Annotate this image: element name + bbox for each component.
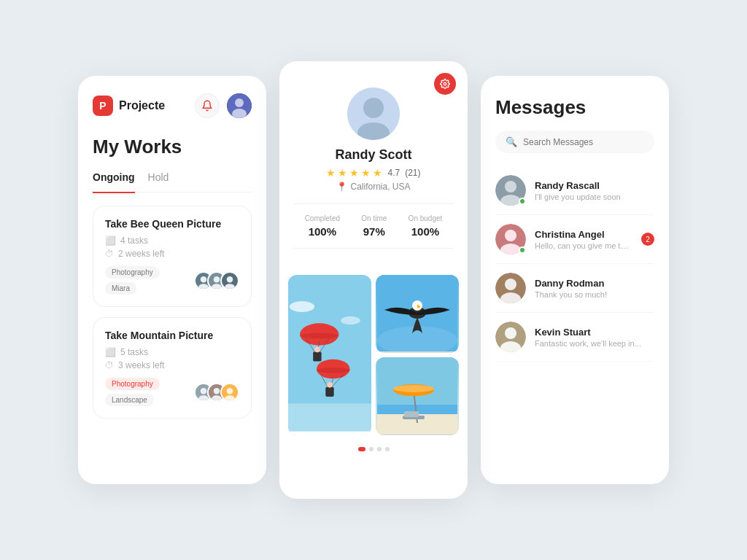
left-panel: P Projecte xyxy=(78,76,266,484)
msg-avatar-4 xyxy=(495,322,526,352)
svg-point-19 xyxy=(227,388,233,394)
svg-point-26 xyxy=(290,301,314,312)
svg-point-60 xyxy=(505,230,516,241)
svg-rect-55 xyxy=(404,411,419,417)
work-card-2: Take Mountain Picture ⬜ 5 tasks ⏱ 3 week… xyxy=(93,317,252,419)
card-1-footer: Photography Miara xyxy=(105,266,239,295)
svg-point-36 xyxy=(317,368,350,373)
msg-content-4: Kevin Stuart Fantastic work, we'll keep … xyxy=(535,327,654,348)
dot-1[interactable] xyxy=(358,447,365,451)
work-card-1: Take Bee Queen Picture ⬜ 4 tasks ⏱ 2 wee… xyxy=(93,206,252,307)
message-item-3[interactable]: Danny Rodman Thank you so much! xyxy=(495,264,654,313)
svg-point-4 xyxy=(201,276,206,282)
middle-panel: Randy Scott ★ ★ ★ ★ ★ 4.7 (21) 📍 Califor… xyxy=(279,61,468,499)
page-title: My Works xyxy=(93,136,252,158)
stat-ontime-value: 97% xyxy=(361,225,387,238)
star-5: ★ xyxy=(373,167,382,179)
logo-area: P Projecte xyxy=(93,96,165,116)
header-icons xyxy=(195,93,252,118)
msg-badge-2: 2 xyxy=(641,233,654,246)
card-2-title: Take Mountain Picture xyxy=(105,330,239,341)
stat-ontime: On time 97% xyxy=(361,214,387,238)
msg-content-2: Christina Angel Hello, can you give me t… xyxy=(535,229,632,250)
location-row: 📍 California, USA xyxy=(336,182,410,192)
tab-ongoing[interactable]: Ongoing xyxy=(93,171,135,193)
msg-name-4: Kevin Stuart xyxy=(535,327,654,338)
star-4: ★ xyxy=(361,167,371,179)
msg-avatar-2 xyxy=(495,224,526,254)
svg-point-63 xyxy=(505,279,516,290)
stats-row: Completed 100% On time 97% On budget 100… xyxy=(294,203,453,249)
photo-grid xyxy=(279,275,468,447)
online-indicator-2 xyxy=(519,246,526,254)
message-item-2[interactable]: Christina Angel Hello, can you give me t… xyxy=(495,215,654,264)
dot-4[interactable] xyxy=(385,447,390,451)
left-header: P Projecte xyxy=(93,93,252,118)
svg-point-7 xyxy=(214,276,220,282)
msg-preview-4: Fantastic work, we'll keep in... xyxy=(535,339,654,348)
svg-point-23 xyxy=(363,98,384,118)
online-indicator-1 xyxy=(519,198,526,205)
rating-value: 4.7 xyxy=(387,168,400,178)
card-2-footer: Photography Landscape xyxy=(105,378,239,406)
star-1: ★ xyxy=(326,167,336,179)
card-1-tasks: ⬜ 4 tasks xyxy=(105,236,239,246)
svg-point-66 xyxy=(505,327,516,339)
right-panel: Messages 🔍 Ra xyxy=(481,76,669,484)
profile-avatar xyxy=(347,88,400,140)
tag-landscape: Landscape xyxy=(105,394,154,406)
svg-point-21 xyxy=(444,82,446,85)
carousel-dots xyxy=(279,447,468,462)
search-input[interactable] xyxy=(523,137,644,147)
svg-point-53 xyxy=(393,385,434,392)
tag-miara: Miara xyxy=(105,282,136,295)
stat-completed-value: 100% xyxy=(305,225,340,238)
message-item-1[interactable]: Randy Rascall I'll give you update soon xyxy=(495,166,654,215)
svg-rect-33 xyxy=(313,351,321,361)
stat-onbudget-value: 100% xyxy=(409,225,443,238)
svg-point-27 xyxy=(341,316,360,324)
message-list: Randy Rascall I'll give you update soon xyxy=(495,166,654,362)
svg-point-16 xyxy=(214,388,220,394)
star-2: ★ xyxy=(338,167,347,179)
msg-avatar-3 xyxy=(495,273,526,303)
tag-photography-1: Photography xyxy=(105,266,160,279)
msg-name-1: Randy Rascall xyxy=(535,180,654,191)
location-text: California, USA xyxy=(350,182,410,192)
dot-3[interactable] xyxy=(377,447,382,451)
card-1-tags: Photography Miara xyxy=(105,266,194,295)
card-1-time: ⏱ 2 weeks left xyxy=(105,249,239,259)
card-2-tags: Photography Landscape xyxy=(105,378,194,406)
stat-completed: Completed 100% xyxy=(305,214,340,238)
card-2-time: ⏱ 3 weeks left xyxy=(105,360,239,370)
card-2-tasks: ⬜ 5 tasks xyxy=(105,347,239,357)
photo-beach xyxy=(376,357,459,435)
profile-name: Randy Scott xyxy=(335,147,411,163)
msg-name-3: Danny Rodman xyxy=(535,278,654,289)
card-2-avatars xyxy=(194,383,239,402)
tasks-icon-2: ⬜ xyxy=(105,347,116,357)
dot-2[interactable] xyxy=(369,447,374,451)
card-1-avatar-3 xyxy=(220,271,239,290)
svg-rect-42 xyxy=(288,404,371,432)
svg-point-13 xyxy=(201,388,206,394)
search-bar[interactable]: 🔍 xyxy=(495,131,654,153)
tag-photography-2: Photography xyxy=(105,378,160,390)
clock-icon-2: ⏱ xyxy=(105,360,114,370)
user-avatar[interactable] xyxy=(227,93,252,118)
card-1-title: Take Bee Queen Picture xyxy=(105,218,239,230)
rating-count: (21) xyxy=(405,168,420,178)
message-item-4[interactable]: Kevin Stuart Fantastic work, we'll keep … xyxy=(495,313,654,362)
msg-content-1: Randy Rascall I'll give you update soon xyxy=(535,180,654,201)
tab-hold[interactable]: Hold xyxy=(148,171,169,187)
location-icon: 📍 xyxy=(336,182,347,192)
stat-completed-label: Completed xyxy=(305,214,340,222)
card-1-avatars xyxy=(194,271,239,290)
card-1-meta: ⬜ 4 tasks ⏱ 2 weeks left xyxy=(105,236,239,259)
stars-row: ★ ★ ★ ★ ★ 4.7 (21) xyxy=(326,167,420,179)
stat-onbudget: On budget 100% xyxy=(409,214,443,238)
clock-icon: ⏱ xyxy=(105,249,114,259)
svg-point-29 xyxy=(300,333,338,339)
bell-button[interactable] xyxy=(195,93,220,118)
gear-button[interactable] xyxy=(434,73,456,95)
